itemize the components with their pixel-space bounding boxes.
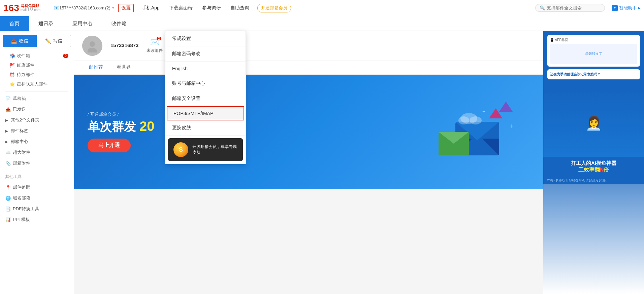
banner-cta-button[interactable]: 马上开通	[88, 139, 131, 152]
expand-center-icon: ▶	[5, 140, 8, 144]
pending-icon: ⏰	[9, 72, 15, 77]
sidebar-mail-tags[interactable]: ▶ 邮件标签	[0, 125, 74, 136]
sidebar-domain-mail[interactable]: 🌐 域名邮箱	[0, 193, 74, 204]
character-emoji: 👩‍💼	[585, 115, 602, 131]
second-nav: 首页 通讯录 应用中心 收件箱	[0, 16, 644, 31]
account-icon: 📧	[54, 5, 59, 10]
nav-mobile-app[interactable]: 手机App	[140, 5, 161, 11]
settings-dropdown: 常规设置 邮箱密码修改 English 账号与邮箱中心 邮箱安全设置 POP3/…	[165, 31, 246, 164]
profile-bar: 1573316873 ✉️ 2 未读邮件 📋 待办	[74, 31, 543, 61]
banner-area: / 开通邮箱会员 / 单次群发 20 马上开通	[74, 75, 543, 189]
sidebar-other-folders[interactable]: ▶ 其他2个文件夹	[0, 115, 74, 125]
logo-brand: 网易免费邮	[21, 4, 40, 8]
search-icon: 🔍	[540, 5, 545, 10]
nav-survey[interactable]: 参与调研	[201, 5, 222, 11]
star-icon: ⭐	[9, 82, 15, 87]
sidebar-large-attach[interactable]: ☁️ 超大附件	[0, 147, 74, 158]
unread-action[interactable]: ✉️ 2 未读邮件	[147, 38, 163, 53]
dropdown-account-center[interactable]: 账号与邮箱中心	[165, 76, 246, 91]
expand-tag-icon: ▶	[5, 129, 8, 133]
svg-text:+: +	[482, 109, 485, 114]
search-area[interactable]: 🔍	[535, 4, 605, 12]
svg-point-14	[470, 116, 482, 124]
cloud-icon: ☁️	[5, 150, 11, 155]
tab-app-center[interactable]: 应用中心	[63, 16, 102, 31]
profile-username: 1573316873	[110, 42, 138, 48]
tab-contacts[interactable]: 通讯录	[29, 16, 63, 31]
dropdown-pop-imap[interactable]: POP3/SMTP/IMAP	[167, 106, 244, 120]
inbox-icon: 📬	[9, 53, 15, 59]
tab-inbox[interactable]: 收件箱	[102, 16, 136, 31]
dropdown-security[interactable]: 邮箱安全设置	[165, 91, 246, 106]
receive-icon: 📥	[11, 38, 17, 44]
sidebar-draft[interactable]: 📄 草稿箱	[0, 93, 74, 104]
sidebar-mail-attach[interactable]: 📎 邮箱附件	[0, 158, 74, 169]
nav-download[interactable]: 下载桌面端	[168, 5, 194, 11]
unread-label: 未读邮件	[147, 48, 163, 53]
dropdown-skin-promo[interactable]: S 升级邮箱会员，尊享专属皮肤	[168, 138, 243, 161]
skin-coin-icon: S	[173, 142, 188, 157]
svg-point-0	[90, 41, 95, 47]
sidebar-sent[interactable]: 📤 已发送	[0, 104, 74, 115]
sidebar-actions: 📥 收信 ✏️ 写信	[0, 34, 74, 50]
draft-icon: 📄	[5, 96, 11, 101]
nav-settings[interactable]: 设置	[118, 4, 134, 12]
account-chevron-icon: ▼	[111, 6, 115, 10]
sent-icon: 📤	[5, 107, 11, 112]
logo-163: 163	[3, 3, 19, 13]
ad-bottom-text: 打工人的AI摸鱼神器 工效率翻N倍	[543, 157, 644, 177]
pdf-icon: 📑	[5, 207, 11, 212]
sidebar-mail-center[interactable]: ▶ 邮箱中心	[0, 136, 74, 147]
sidebar-pdf-tool[interactable]: 📑 PDF转换工具	[0, 204, 74, 214]
sidebar-inbox[interactable]: 📬 收件箱 2	[0, 51, 74, 61]
sidebar-divider-2	[5, 170, 68, 170]
search-input[interactable]	[547, 5, 601, 10]
smart-icon: ✦	[612, 5, 618, 11]
tab-home[interactable]: 首页	[0, 16, 29, 31]
ad-header: 📱 APP界面 录音转文字 还在为手动整理会议记录发愁吗？	[543, 31, 644, 83]
top-nav-links: 设置 手机App 下载桌面端 参与调研 自助查询 开通邮箱会员	[118, 4, 535, 12]
inbox-section: 📬 收件箱 2 🚩 红旗邮件 ⏰ 待办邮件 ⭐ 星标联系人邮件	[0, 50, 74, 90]
sidebar-pending[interactable]: ⏰ 待办邮件	[0, 70, 74, 79]
dropdown-change-skin[interactable]: 更换皮肤	[165, 120, 246, 136]
logo-area: 163 网易免费邮 mail.163.com	[3, 3, 47, 13]
banner-text: / 开通邮箱会员 / 单次群发 20 马上开通	[88, 111, 155, 152]
tab-mail-recommend[interactable]: 邮推荐	[82, 61, 110, 74]
avatar	[82, 36, 102, 56]
dropdown-password[interactable]: 邮箱密码修改	[165, 46, 246, 62]
account-info[interactable]: 📧 157****8732@163.com (2) ▼	[54, 5, 115, 10]
write-icon: ✏️	[45, 38, 51, 44]
nav-help[interactable]: 自助查询	[229, 5, 251, 11]
ad-character-area: 👩‍💼 打工人的AI摸鱼神器 工效率翻N倍 广告 · K神动力@联数早会议记录发…	[543, 83, 644, 184]
main-content: 1573316873 ✉️ 2 未读邮件 📋 待办	[74, 31, 543, 294]
ppt-icon: 📊	[5, 217, 11, 222]
trace-icon: 📍	[5, 185, 11, 190]
receive-button[interactable]: 📥 收信	[3, 35, 37, 47]
skin-promo-text: 升级邮箱会员，尊享专属皮肤	[192, 144, 237, 155]
sidebar: 📥 收信 ✏️ 写信 📬 收件箱 2 🚩 红旗邮件 ⏰ 待办邮件	[0, 31, 74, 294]
ad-card-1: 📱 APP界面 录音转文字	[547, 35, 640, 67]
dropdown-general-settings[interactable]: 常规设置	[165, 31, 246, 46]
layout: 📥 收信 ✏️ 写信 📬 收件箱 2 🚩 红旗邮件 ⏰ 待办邮件	[0, 31, 644, 294]
chevron-icon: ▶	[638, 6, 641, 10]
sidebar-ppt-template[interactable]: 📊 PPT模板	[0, 214, 74, 225]
svg-point-13	[458, 116, 469, 124]
dropdown-english[interactable]: English	[165, 62, 246, 76]
domain-icon: 🌐	[5, 196, 11, 201]
sidebar-flag-mail[interactable]: 🚩 红旗邮件	[0, 61, 74, 70]
svg-point-1	[88, 48, 97, 52]
banner-subtitle: / 开通邮箱会员 /	[88, 111, 155, 117]
sidebar-divider-1	[5, 91, 68, 92]
write-button[interactable]: ✏️ 写信	[37, 35, 71, 47]
sidebar-mail-trace[interactable]: 📍 邮件追踪	[0, 182, 74, 193]
inbox-badge: 2	[63, 54, 68, 58]
svg-text:+: +	[509, 122, 513, 130]
tab-see-world[interactable]: 看世界	[110, 61, 137, 74]
sidebar-other-tools-label: 其他工具	[0, 172, 74, 182]
vip-button[interactable]: 开通邮箱会员	[257, 4, 291, 12]
smart-assistant[interactable]: ✦ 智能助手 ▶	[612, 5, 641, 11]
sidebar-starred[interactable]: ⭐ 星标联系人邮件	[0, 79, 74, 89]
ad-panel: 📱 APP界面 录音转文字 还在为手动整理会议记录发愁吗？ 👩‍💼 打工人的AI…	[543, 31, 644, 294]
banner-count: 20	[139, 119, 155, 134]
account-unread: (2)	[105, 5, 110, 10]
